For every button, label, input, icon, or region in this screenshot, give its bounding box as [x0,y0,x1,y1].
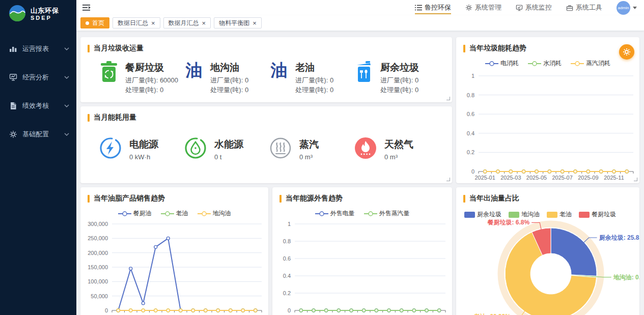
legend-item[interactable]: 餐厨垃圾 [579,210,616,219]
user-menu[interactable]: admin [617,1,637,15]
sidebar-item-operation-report[interactable]: 运营报表 [0,35,76,63]
tab-material-balance[interactable]: 物料平衡图 × [214,17,262,28]
card-title: 当月能耗用量 [80,106,452,122]
legend-item[interactable]: 电消耗 [485,59,519,68]
water-icon [184,136,207,162]
svg-text:2025-07: 2025-07 [552,175,572,181]
energy-item: 蒸汽 0 m³ [269,136,354,162]
legend-label: 外售蒸汽量 [379,209,410,218]
tab-daily-summary[interactable]: 数据日汇总 × [113,17,160,28]
tab-close-icon[interactable]: × [151,20,155,26]
nav-item-label: 系统工具 [576,3,602,12]
chevron-down-icon [64,47,69,50]
nav-item-system-tools[interactable]: 系统工具 [566,0,602,15]
legend-marker-icon [571,61,584,66]
nav-item-lukong[interactable]: 鲁控环保 [415,0,451,15]
legend-label: 餐厨油 [133,209,152,218]
legend-label: 地沟油 [521,210,540,219]
legend-label: 老油 [176,209,188,218]
item-processed: 处理量(吨): 0 [295,85,333,95]
tab-home[interactable]: 首页 [80,17,109,28]
logo-globe-icon [8,4,26,24]
legend-item[interactable]: 餐厨油 [118,209,152,218]
item-name: 厨余垃圾 [380,61,419,74]
settings-gear-button[interactable] [619,44,634,60]
energy-item: 水能源 0 t [184,136,269,162]
legend-swatch-icon [547,212,557,218]
card-energy-usage: 当月能耗用量 电能源 0 kW·h 水能源 0 t [80,106,452,183]
legend-item[interactable]: 厨余垃圾 [464,210,501,219]
item-processed: 处理量(吨): 0 [380,85,419,95]
top-header: 鲁控环保 系统管理 系统监控 系统工具 admin [76,0,644,15]
sidebar-item-basic-config[interactable]: 基础配置 [0,120,76,149]
energy-trend-line-chart: 00.20.40.60.812025-012025-032025-052025-… [458,69,636,183]
legend-item[interactable]: 蒸汽消耗 [571,59,610,68]
legend-item[interactable]: 老油 [547,210,572,219]
svg-text:250,000: 250,000 [88,235,108,241]
svg-text:2025-05: 2025-05 [526,175,547,181]
electricity-icon [99,136,122,162]
sidebar-collapse-icon[interactable] [82,4,91,11]
collection-item: 餐厨垃圾 进厂量(吨): 60000 处理量(吨): 0 [99,61,184,95]
avatar[interactable]: admin [617,1,630,15]
item-name: 餐厨垃圾 [125,61,178,74]
legend-item[interactable]: 地沟油 [198,209,231,218]
svg-text:2025-01: 2025-01 [474,175,495,181]
tab-monthly-summary[interactable]: 数据月汇总 × [163,17,211,28]
logo-subtitle: SDEP [31,15,59,21]
svg-text:0.6: 0.6 [467,111,474,117]
svg-text:地沟油: 0....: 地沟油: 0.... [613,274,639,281]
legend-swatch-icon [509,212,519,218]
svg-text:50,000: 50,000 [91,293,108,299]
svg-text:300,000: 300,000 [88,221,108,227]
tab-close-icon[interactable]: × [253,20,257,26]
svg-text:厨余垃圾: 25.8...: 厨余垃圾: 25.8... [599,234,639,241]
svg-text:0: 0 [471,168,474,175]
legend-marker-icon [364,211,377,216]
svg-text:0.8: 0.8 [283,238,291,244]
legend-label: 外售电量 [330,209,355,218]
nav-item-system-management[interactable]: 系统管理 [465,0,501,15]
title-accent-bar [463,45,465,52]
svg-text:1: 1 [471,73,474,79]
item-name: 水能源 [214,138,243,151]
legend-marker-icon [118,211,131,216]
chart-legend: 外售电量外售蒸汽量 [272,209,452,218]
sidebar-item-business-analysis[interactable]: 经营分析 [0,63,76,92]
oil-char-icon: 油 [184,61,204,79]
nav-item-system-monitor[interactable]: 系统监控 [516,0,552,15]
legend-label: 厨余垃圾 [477,210,501,219]
tab-close-icon[interactable]: × [202,20,206,26]
bar-chart-icon [9,45,17,53]
nav-item-label: 系统管理 [475,3,501,12]
legend-item[interactable]: 水消耗 [528,59,562,68]
legend-label: 电消耗 [500,59,519,68]
tab-bar: 首页 数据日汇总 × 数据月汇总 × 物料平衡图 × [76,15,644,31]
chart-legend: 电消耗水消耗蒸汽消耗 [456,59,639,68]
energy-item: 天然气 0 m³ [354,136,439,162]
sidebar-item-label: 经营分析 [22,73,49,82]
svg-text:2025-03: 2025-03 [500,175,521,181]
monitor-icon [516,5,523,11]
caret-down-icon [633,7,637,9]
dashboard-page: { "sidebar": { "logo_title": "山东环保", "lo… [0,0,644,315]
sidebar-item-label: 基础配置 [22,130,49,139]
sidebar-item-performance-assessment[interactable]: 绩效考核 [0,92,76,120]
svg-text:150,000: 150,000 [88,264,108,270]
svg-text:200,000: 200,000 [88,250,108,256]
svg-text:0.2: 0.2 [283,290,291,296]
collection-item: 油 老油 进厂量(吨): 0 处理量(吨): 0 [269,61,354,95]
legend-item[interactable]: 外售电量 [315,209,355,218]
list-icon [415,5,422,11]
legend-label: 老油 [559,210,572,219]
item-processed: 处理量(吨): 0 [210,85,248,95]
card-title: 当年垃圾能耗趋势 [456,37,639,53]
tab-label: 首页 [92,19,104,27]
legend-item[interactable]: 外售蒸汽量 [364,209,410,218]
legend-item[interactable]: 地沟油 [509,210,540,219]
item-inbound: 进厂量(吨): 0 [380,76,419,85]
oil-sales-line-chart: 050,000100,000150,000200,000250,000300,0… [82,219,266,315]
card-title: 当年油脂产品销售趋势 [80,187,268,203]
legend-item[interactable]: 老油 [161,209,188,218]
chevron-down-icon [64,133,69,136]
